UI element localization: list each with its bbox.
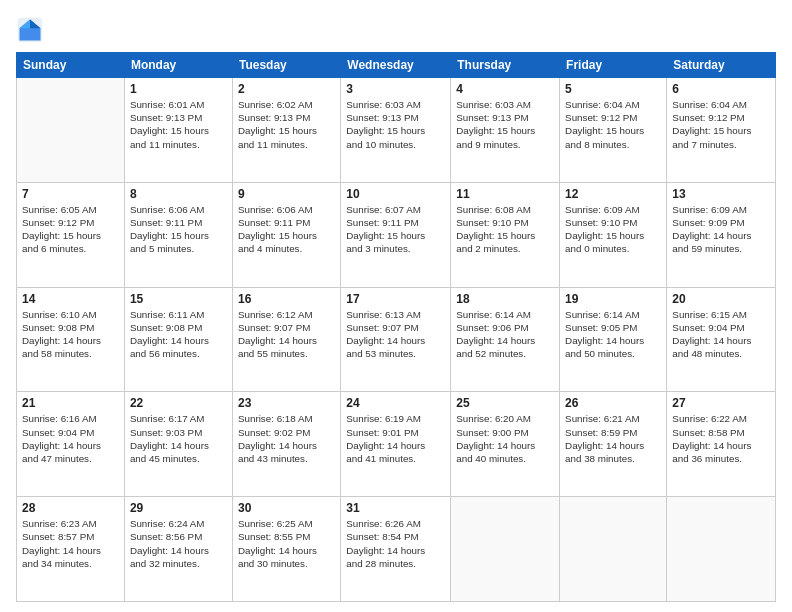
cell-content: 30Sunrise: 6:25 AM Sunset: 8:55 PM Dayli… xyxy=(238,501,335,570)
calendar-cell: 15Sunrise: 6:11 AM Sunset: 9:08 PM Dayli… xyxy=(124,287,232,392)
cell-content: 10Sunrise: 6:07 AM Sunset: 9:11 PM Dayli… xyxy=(346,187,445,256)
calendar-cell: 21Sunrise: 6:16 AM Sunset: 9:04 PM Dayli… xyxy=(17,392,125,497)
calendar-cell: 16Sunrise: 6:12 AM Sunset: 9:07 PM Dayli… xyxy=(232,287,340,392)
calendar-cell xyxy=(560,497,667,602)
day-number: 8 xyxy=(130,187,227,201)
calendar-cell: 13Sunrise: 6:09 AM Sunset: 9:09 PM Dayli… xyxy=(667,182,776,287)
cell-content: 17Sunrise: 6:13 AM Sunset: 9:07 PM Dayli… xyxy=(346,292,445,361)
cell-content: 19Sunrise: 6:14 AM Sunset: 9:05 PM Dayli… xyxy=(565,292,661,361)
day-number: 5 xyxy=(565,82,661,96)
calendar-cell: 14Sunrise: 6:10 AM Sunset: 9:08 PM Dayli… xyxy=(17,287,125,392)
cell-info: Sunrise: 6:11 AM Sunset: 9:08 PM Dayligh… xyxy=(130,308,227,361)
cell-content: 28Sunrise: 6:23 AM Sunset: 8:57 PM Dayli… xyxy=(22,501,119,570)
calendar-cell: 17Sunrise: 6:13 AM Sunset: 9:07 PM Dayli… xyxy=(341,287,451,392)
cell-content: 14Sunrise: 6:10 AM Sunset: 9:08 PM Dayli… xyxy=(22,292,119,361)
calendar-cell: 4Sunrise: 6:03 AM Sunset: 9:13 PM Daylig… xyxy=(451,78,560,183)
weekday-header-sunday: Sunday xyxy=(17,53,125,78)
day-number: 27 xyxy=(672,396,770,410)
logo-icon xyxy=(16,16,44,44)
cell-content: 6Sunrise: 6:04 AM Sunset: 9:12 PM Daylig… xyxy=(672,82,770,151)
cell-content: 20Sunrise: 6:15 AM Sunset: 9:04 PM Dayli… xyxy=(672,292,770,361)
cell-content: 22Sunrise: 6:17 AM Sunset: 9:03 PM Dayli… xyxy=(130,396,227,465)
cell-info: Sunrise: 6:03 AM Sunset: 9:13 PM Dayligh… xyxy=(456,98,554,151)
cell-info: Sunrise: 6:19 AM Sunset: 9:01 PM Dayligh… xyxy=(346,412,445,465)
calendar-cell: 1Sunrise: 6:01 AM Sunset: 9:13 PM Daylig… xyxy=(124,78,232,183)
calendar-cell: 2Sunrise: 6:02 AM Sunset: 9:13 PM Daylig… xyxy=(232,78,340,183)
cell-content: 27Sunrise: 6:22 AM Sunset: 8:58 PM Dayli… xyxy=(672,396,770,465)
calendar-cell: 27Sunrise: 6:22 AM Sunset: 8:58 PM Dayli… xyxy=(667,392,776,497)
cell-info: Sunrise: 6:04 AM Sunset: 9:12 PM Dayligh… xyxy=(565,98,661,151)
cell-content: 18Sunrise: 6:14 AM Sunset: 9:06 PM Dayli… xyxy=(456,292,554,361)
cell-content: 2Sunrise: 6:02 AM Sunset: 9:13 PM Daylig… xyxy=(238,82,335,151)
cell-content: 7Sunrise: 6:05 AM Sunset: 9:12 PM Daylig… xyxy=(22,187,119,256)
day-number: 24 xyxy=(346,396,445,410)
day-number: 22 xyxy=(130,396,227,410)
calendar-cell: 28Sunrise: 6:23 AM Sunset: 8:57 PM Dayli… xyxy=(17,497,125,602)
day-number: 12 xyxy=(565,187,661,201)
cell-content: 8Sunrise: 6:06 AM Sunset: 9:11 PM Daylig… xyxy=(130,187,227,256)
calendar-cell: 23Sunrise: 6:18 AM Sunset: 9:02 PM Dayli… xyxy=(232,392,340,497)
calendar-cell: 24Sunrise: 6:19 AM Sunset: 9:01 PM Dayli… xyxy=(341,392,451,497)
cell-content: 1Sunrise: 6:01 AM Sunset: 9:13 PM Daylig… xyxy=(130,82,227,151)
cell-content: 31Sunrise: 6:26 AM Sunset: 8:54 PM Dayli… xyxy=(346,501,445,570)
cell-info: Sunrise: 6:02 AM Sunset: 9:13 PM Dayligh… xyxy=(238,98,335,151)
calendar-table: SundayMondayTuesdayWednesdayThursdayFrid… xyxy=(16,52,776,602)
cell-content: 21Sunrise: 6:16 AM Sunset: 9:04 PM Dayli… xyxy=(22,396,119,465)
cell-info: Sunrise: 6:06 AM Sunset: 9:11 PM Dayligh… xyxy=(238,203,335,256)
calendar-cell: 26Sunrise: 6:21 AM Sunset: 8:59 PM Dayli… xyxy=(560,392,667,497)
day-number: 4 xyxy=(456,82,554,96)
cell-content: 5Sunrise: 6:04 AM Sunset: 9:12 PM Daylig… xyxy=(565,82,661,151)
cell-info: Sunrise: 6:21 AM Sunset: 8:59 PM Dayligh… xyxy=(565,412,661,465)
cell-content: 4Sunrise: 6:03 AM Sunset: 9:13 PM Daylig… xyxy=(456,82,554,151)
day-number: 31 xyxy=(346,501,445,515)
day-number: 21 xyxy=(22,396,119,410)
day-number: 1 xyxy=(130,82,227,96)
cell-info: Sunrise: 6:06 AM Sunset: 9:11 PM Dayligh… xyxy=(130,203,227,256)
calendar-cell xyxy=(17,78,125,183)
day-number: 3 xyxy=(346,82,445,96)
cell-content: 11Sunrise: 6:08 AM Sunset: 9:10 PM Dayli… xyxy=(456,187,554,256)
calendar-cell: 7Sunrise: 6:05 AM Sunset: 9:12 PM Daylig… xyxy=(17,182,125,287)
day-number: 20 xyxy=(672,292,770,306)
logo xyxy=(16,16,48,44)
cell-content: 29Sunrise: 6:24 AM Sunset: 8:56 PM Dayli… xyxy=(130,501,227,570)
cell-content: 24Sunrise: 6:19 AM Sunset: 9:01 PM Dayli… xyxy=(346,396,445,465)
day-number: 9 xyxy=(238,187,335,201)
week-row-3: 14Sunrise: 6:10 AM Sunset: 9:08 PM Dayli… xyxy=(17,287,776,392)
day-number: 18 xyxy=(456,292,554,306)
cell-info: Sunrise: 6:03 AM Sunset: 9:13 PM Dayligh… xyxy=(346,98,445,151)
cell-info: Sunrise: 6:25 AM Sunset: 8:55 PM Dayligh… xyxy=(238,517,335,570)
week-row-5: 28Sunrise: 6:23 AM Sunset: 8:57 PM Dayli… xyxy=(17,497,776,602)
cell-info: Sunrise: 6:26 AM Sunset: 8:54 PM Dayligh… xyxy=(346,517,445,570)
weekday-header-wednesday: Wednesday xyxy=(341,53,451,78)
cell-info: Sunrise: 6:04 AM Sunset: 9:12 PM Dayligh… xyxy=(672,98,770,151)
cell-content: 13Sunrise: 6:09 AM Sunset: 9:09 PM Dayli… xyxy=(672,187,770,256)
cell-info: Sunrise: 6:18 AM Sunset: 9:02 PM Dayligh… xyxy=(238,412,335,465)
cell-info: Sunrise: 6:20 AM Sunset: 9:00 PM Dayligh… xyxy=(456,412,554,465)
calendar-cell: 5Sunrise: 6:04 AM Sunset: 9:12 PM Daylig… xyxy=(560,78,667,183)
cell-info: Sunrise: 6:09 AM Sunset: 9:09 PM Dayligh… xyxy=(672,203,770,256)
calendar-cell: 29Sunrise: 6:24 AM Sunset: 8:56 PM Dayli… xyxy=(124,497,232,602)
day-number: 2 xyxy=(238,82,335,96)
calendar-cell: 20Sunrise: 6:15 AM Sunset: 9:04 PM Dayli… xyxy=(667,287,776,392)
calendar-cell xyxy=(451,497,560,602)
cell-content: 16Sunrise: 6:12 AM Sunset: 9:07 PM Dayli… xyxy=(238,292,335,361)
weekday-header-tuesday: Tuesday xyxy=(232,53,340,78)
cell-info: Sunrise: 6:17 AM Sunset: 9:03 PM Dayligh… xyxy=(130,412,227,465)
weekday-header-row: SundayMondayTuesdayWednesdayThursdayFrid… xyxy=(17,53,776,78)
day-number: 14 xyxy=(22,292,119,306)
day-number: 15 xyxy=(130,292,227,306)
cell-info: Sunrise: 6:13 AM Sunset: 9:07 PM Dayligh… xyxy=(346,308,445,361)
day-number: 23 xyxy=(238,396,335,410)
calendar-cell: 8Sunrise: 6:06 AM Sunset: 9:11 PM Daylig… xyxy=(124,182,232,287)
page: SundayMondayTuesdayWednesdayThursdayFrid… xyxy=(0,0,792,612)
cell-info: Sunrise: 6:10 AM Sunset: 9:08 PM Dayligh… xyxy=(22,308,119,361)
calendar-cell: 11Sunrise: 6:08 AM Sunset: 9:10 PM Dayli… xyxy=(451,182,560,287)
cell-info: Sunrise: 6:22 AM Sunset: 8:58 PM Dayligh… xyxy=(672,412,770,465)
weekday-header-saturday: Saturday xyxy=(667,53,776,78)
cell-info: Sunrise: 6:01 AM Sunset: 9:13 PM Dayligh… xyxy=(130,98,227,151)
calendar-cell: 9Sunrise: 6:06 AM Sunset: 9:11 PM Daylig… xyxy=(232,182,340,287)
cell-content: 23Sunrise: 6:18 AM Sunset: 9:02 PM Dayli… xyxy=(238,396,335,465)
cell-info: Sunrise: 6:05 AM Sunset: 9:12 PM Dayligh… xyxy=(22,203,119,256)
cell-info: Sunrise: 6:24 AM Sunset: 8:56 PM Dayligh… xyxy=(130,517,227,570)
